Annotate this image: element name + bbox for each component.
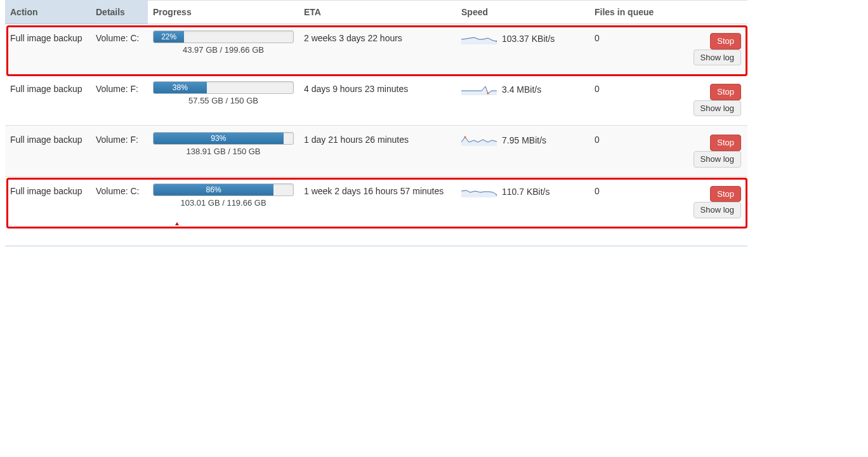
progress-size-text: 103.01 GB / 119.66 GB — [153, 198, 294, 208]
cell-details: Volume: C: — [91, 24, 148, 75]
speed-sparkline-icon — [461, 186, 497, 197]
progress-bar: 93% — [153, 132, 294, 145]
progress-bar: 22% — [153, 30, 294, 43]
cell-actions: Stop Show log — [662, 126, 747, 176]
cell-eta: 1 day 21 hours 26 minutes — [299, 126, 456, 176]
cell-actions: Stop Show log — [662, 75, 747, 126]
speed-value: 103.37 KBit/s — [502, 34, 555, 44]
cell-eta: 4 days 9 hours 23 minutes — [299, 75, 456, 126]
table-header-row: Action Details Progress ETA Speed Files … — [5, 1, 747, 24]
cell-progress: 22% 43.97 GB / 199.66 GB — [148, 24, 299, 75]
cell-progress: 38% 57.55 GB / 150 GB — [148, 75, 299, 126]
table-row: Full image backup Volume: C: 86% 103.01 … — [5, 176, 747, 227]
cell-action: Full image backup — [5, 75, 91, 126]
speed-value: 7.95 MBit/s — [502, 135, 546, 145]
marker-icon — [175, 222, 179, 225]
cell-action: Full image backup — [5, 176, 91, 227]
show-log-button[interactable]: Show log — [694, 100, 741, 117]
col-header-queue[interactable]: Files in queue — [589, 1, 662, 24]
cell-queue: 0 — [589, 24, 662, 75]
cell-action: Full image backup — [5, 24, 91, 75]
progress-bar: 86% — [153, 183, 294, 196]
progress-bar: 38% — [153, 81, 294, 94]
show-log-button[interactable]: Show log — [694, 50, 741, 66]
speed-sparkline-icon — [461, 135, 497, 146]
section-divider — [5, 246, 747, 246]
cell-actions: Stop Show log — [662, 24, 747, 75]
table-row: Full image backup Volume: C: 22% 43.97 G… — [5, 24, 747, 75]
progress-bar-fill: 93% — [154, 133, 284, 144]
col-header-progress[interactable]: Progress — [148, 1, 299, 24]
progress-size-text: 57.55 GB / 150 GB — [153, 96, 294, 105]
cell-details: Volume: C: — [91, 176, 148, 227]
cell-speed: 3.4 MBit/s — [456, 75, 589, 126]
cell-speed: 7.95 MBit/s — [456, 126, 589, 176]
cell-action: Full image backup — [5, 126, 91, 176]
cell-queue: 0 — [589, 176, 662, 227]
progress-size-text: 138.91 GB / 150 GB — [153, 147, 294, 156]
speed-sparkline-icon — [461, 84, 497, 95]
cell-progress: 86% 103.01 GB / 119.66 GB — [148, 176, 299, 227]
table-row: Full image backup Volume: F: 93% 138.91 … — [5, 126, 747, 176]
backup-progress-table: Action Details Progress ETA Speed Files … — [5, 0, 747, 228]
show-log-button[interactable]: Show log — [694, 151, 741, 168]
col-header-eta[interactable]: ETA — [299, 1, 456, 24]
cell-progress: 93% 138.91 GB / 150 GB — [148, 126, 299, 176]
stop-button[interactable]: Stop — [710, 186, 741, 202]
speed-value: 110.7 KBit/s — [502, 187, 550, 197]
cell-actions: Stop Show log — [662, 176, 747, 227]
svg-point-2 — [464, 136, 466, 138]
progress-bar-fill: 22% — [154, 31, 184, 43]
col-header-action[interactable]: Action — [5, 1, 91, 24]
progress-bar-fill: 86% — [154, 184, 273, 195]
progress-size-text: 43.97 GB / 199.66 GB — [153, 45, 294, 55]
svg-point-1 — [487, 93, 489, 95]
speed-sparkline-icon — [461, 33, 497, 44]
show-log-button[interactable]: Show log — [694, 202, 741, 218]
stop-button[interactable]: Stop — [710, 135, 741, 151]
cell-speed: 110.7 KBit/s — [456, 176, 589, 227]
stop-button[interactable]: Stop — [710, 33, 741, 50]
cell-eta: 2 weeks 3 days 22 hours — [299, 24, 456, 75]
cell-queue: 0 — [589, 75, 662, 126]
col-header-details[interactable]: Details — [91, 1, 148, 24]
col-header-actions — [662, 1, 747, 24]
cell-details: Volume: F: — [91, 126, 148, 176]
cell-speed: 103.37 KBit/s — [456, 24, 589, 75]
progress-bar-fill: 38% — [154, 82, 207, 93]
cell-queue: 0 — [589, 126, 662, 176]
table-row: Full image backup Volume: F: 38% 57.55 G… — [5, 75, 747, 126]
col-header-speed[interactable]: Speed — [456, 1, 589, 24]
speed-value: 3.4 MBit/s — [502, 84, 541, 95]
cell-details: Volume: F: — [91, 75, 148, 126]
stop-button[interactable]: Stop — [710, 84, 741, 100]
cell-eta: 1 week 2 days 16 hours 57 minutes — [299, 176, 456, 227]
